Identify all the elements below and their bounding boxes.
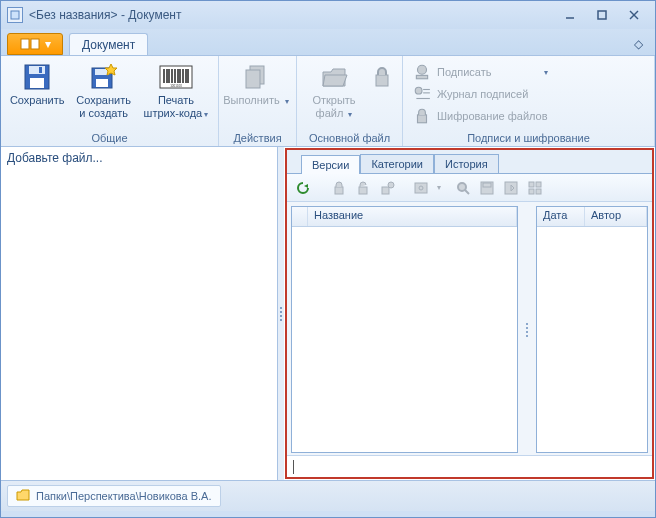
encrypt-files-button[interactable]: Шифрование файлов — [409, 106, 552, 126]
save-button[interactable]: Сохранить — [5, 58, 69, 109]
open-file-button[interactable]: Открыть файл ▾ — [301, 58, 367, 123]
right-details-pane: Версии Категории История ▾ Название — [285, 148, 654, 479]
comment-input[interactable] — [287, 455, 652, 477]
svg-point-44 — [458, 183, 466, 191]
chevron-down-icon: ▾ — [437, 183, 441, 192]
lock-small-icon — [413, 108, 431, 124]
lock-icon — [373, 60, 391, 94]
svg-marker-37 — [304, 184, 308, 188]
svg-rect-53 — [536, 189, 541, 194]
toolbar-export-button[interactable] — [501, 178, 521, 198]
group-sign-label: Подписи и шифрование — [407, 130, 650, 146]
svg-rect-36 — [418, 115, 427, 123]
folder-icon — [16, 489, 30, 503]
save-create-label-line2: и создать — [79, 107, 128, 120]
chevron-down-icon: ▾ — [204, 110, 208, 119]
add-file-placeholder: Добавьте файл... — [7, 151, 103, 165]
svg-rect-39 — [359, 187, 367, 194]
barcode-icon: 1001100 — [159, 60, 193, 94]
open-folder-icon — [319, 60, 349, 94]
svg-rect-28 — [246, 70, 260, 88]
svg-text:1001100: 1001100 — [170, 84, 182, 88]
breadcrumb-text: Папки\Перспектива\Новикова В.А. — [36, 490, 212, 502]
barcode-label-line1: Печать — [158, 94, 194, 107]
svg-rect-29 — [376, 75, 388, 86]
svg-point-43 — [419, 186, 423, 190]
refresh-button[interactable] — [293, 178, 313, 198]
signature-journal-button[interactable]: Журнал подписей — [409, 84, 552, 104]
floppy-icon — [22, 60, 52, 94]
tab-history[interactable]: История — [434, 154, 499, 173]
toolbar-search-button[interactable] — [453, 178, 473, 198]
column-date[interactable]: Дата — [537, 207, 585, 226]
tab-document-label: Документ — [82, 38, 135, 52]
execute-button[interactable]: Выполнить ▾ — [223, 58, 289, 110]
svg-rect-5 — [21, 39, 29, 49]
svg-rect-10 — [39, 67, 42, 73]
svg-rect-52 — [529, 189, 534, 194]
lock-button[interactable] — [369, 58, 395, 96]
print-barcode-button[interactable]: 1001100 Печать штрих-кода▾ — [138, 58, 214, 123]
stamp-icon — [413, 64, 431, 80]
svg-line-45 — [465, 190, 469, 194]
file-menu-button[interactable]: ▾ — [7, 33, 63, 55]
column-name-label: Название — [314, 209, 363, 221]
open-file-label-line1: Открыть — [312, 94, 355, 107]
toolbar-view-button[interactable] — [411, 178, 431, 198]
window-title: <Без названия> - Документ — [29, 8, 561, 22]
svg-point-32 — [415, 87, 422, 94]
tab-document[interactable]: Документ — [69, 33, 148, 55]
svg-rect-0 — [11, 11, 19, 19]
journal-label: Журнал подписей — [437, 88, 528, 100]
sign-button[interactable]: Подписать ▾ — [409, 62, 552, 82]
save-and-create-button[interactable]: Сохранить и создать — [71, 58, 135, 122]
svg-rect-9 — [30, 78, 44, 88]
svg-rect-31 — [416, 75, 427, 78]
documents-icon — [241, 60, 271, 94]
svg-rect-47 — [483, 183, 491, 187]
svg-rect-40 — [382, 187, 389, 194]
chevron-down-icon: ▾ — [348, 110, 352, 119]
encrypt-label: Шифрование файлов — [437, 110, 548, 122]
column-author-label: Автор — [591, 209, 621, 221]
toolbar-save-button[interactable] — [477, 178, 497, 198]
chevron-down-icon: ▾ — [544, 68, 548, 77]
maximize-button[interactable] — [593, 8, 611, 22]
group-mainfile-label: Основной файл — [301, 130, 398, 146]
column-name[interactable]: Название — [308, 207, 517, 226]
tab-categories[interactable]: Категории — [360, 154, 434, 173]
svg-rect-38 — [335, 187, 343, 194]
grid-splitter[interactable] — [524, 206, 530, 453]
vertical-splitter[interactable] — [278, 147, 284, 480]
barcode-label-line2: штрих-кода — [144, 107, 203, 119]
column-date-label: Дата — [543, 209, 567, 221]
svg-rect-2 — [598, 11, 606, 19]
svg-rect-6 — [31, 39, 39, 49]
close-button[interactable] — [625, 8, 643, 22]
stamp-list-icon — [413, 86, 431, 102]
toolbar-permissions-button[interactable] — [377, 178, 397, 198]
toolbar-unlock-button[interactable] — [353, 178, 373, 198]
group-common-label: Общие — [5, 130, 214, 146]
ribbon-collapse-button[interactable]: ◇ — [627, 33, 649, 55]
svg-point-30 — [418, 65, 427, 74]
app-icon — [7, 7, 23, 23]
minimize-button[interactable] — [561, 8, 579, 22]
save-create-label-line1: Сохранить — [76, 94, 131, 107]
svg-point-41 — [388, 182, 394, 188]
toolbar-lock-button[interactable] — [329, 178, 349, 198]
tab-versions[interactable]: Версии — [301, 155, 360, 174]
breadcrumb-path[interactable]: Папки\Перспектива\Новикова В.А. — [7, 485, 221, 507]
left-attachments-pane[interactable]: Добавьте файл... — [1, 147, 278, 480]
column-author[interactable]: Автор — [585, 207, 647, 226]
floppy-star-icon — [89, 60, 119, 94]
save-label: Сохранить — [10, 94, 65, 107]
versions-meta-grid[interactable]: Дата Автор — [536, 206, 648, 453]
sign-label: Подписать — [437, 66, 491, 78]
group-actions-label: Действия — [223, 130, 292, 146]
execute-label: Выполнить — [223, 94, 279, 106]
toolbar-grid-button[interactable] — [525, 178, 545, 198]
tab-history-label: История — [445, 158, 488, 170]
versions-name-grid[interactable]: Название — [291, 206, 518, 453]
tab-versions-label: Версии — [312, 159, 349, 171]
